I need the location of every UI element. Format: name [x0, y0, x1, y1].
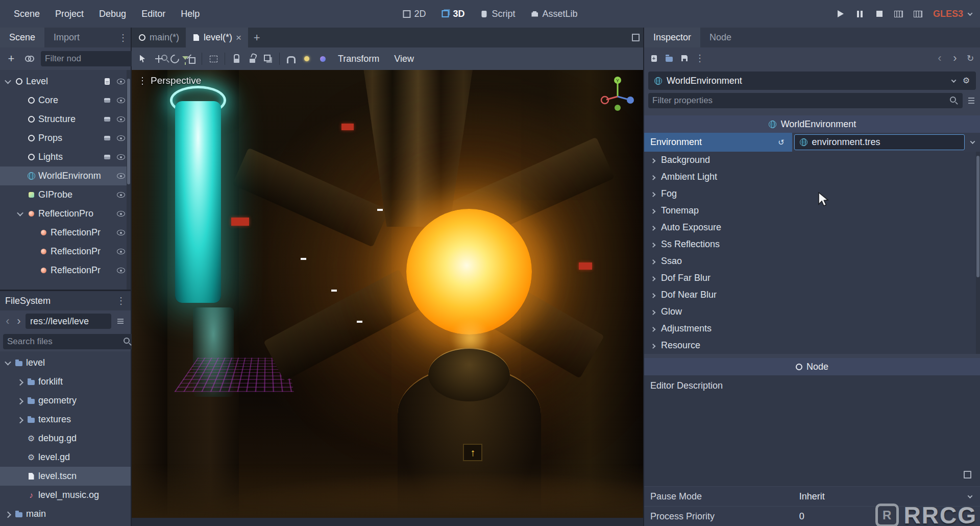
eye-icon[interactable] [116, 228, 126, 237]
tree-row[interactable]: Core [0, 91, 131, 110]
inspector-scrollbar[interactable] [976, 152, 980, 354]
script-icon[interactable] [103, 77, 112, 86]
eye-icon[interactable] [116, 190, 126, 200]
transform-menu[interactable]: Transform [331, 54, 386, 64]
new-resource-icon[interactable] [649, 54, 658, 63]
bottom-panel-strip[interactable] [132, 518, 643, 526]
file-search-input[interactable] [7, 337, 120, 347]
nav-forward-icon[interactable] [14, 317, 23, 326]
dock-menu-icon[interactable] [115, 28, 131, 47]
eye-icon[interactable] [116, 266, 126, 275]
menubar-menu[interactable]: Help [173, 5, 207, 23]
revert-icon[interactable] [777, 138, 786, 147]
expand-chevron[interactable] [16, 491, 24, 499]
menubar-menu[interactable]: Debug [91, 5, 134, 23]
expand-chevron[interactable] [29, 248, 36, 255]
snap-icon[interactable] [284, 52, 298, 66]
expand-chevron[interactable] [16, 416, 24, 423]
inspector-property-row[interactable]: Background [644, 152, 980, 169]
scene-tab-level[interactable]: level(*) × [186, 28, 248, 47]
expand-chevron[interactable] [16, 172, 24, 180]
expand-chevron[interactable] [4, 359, 12, 367]
mode-2d-button[interactable]: 2D [402, 9, 426, 19]
expand-description-icon[interactable] [963, 470, 972, 479]
nav-back-icon[interactable] [3, 317, 12, 326]
expand-chevron[interactable] [16, 153, 24, 161]
rotate-tool-icon[interactable] [167, 52, 182, 66]
mode-script-button[interactable]: Script [480, 9, 515, 19]
distraction-free-icon[interactable] [628, 28, 643, 47]
stop-button[interactable] [875, 9, 884, 18]
tree-row[interactable]: level.tscn [0, 467, 131, 486]
tree-row[interactable]: WorldEnvironm [0, 166, 131, 185]
unlock-icon[interactable] [245, 52, 259, 66]
play-custom-scene-button[interactable] [914, 9, 923, 18]
new-scene-tab-button[interactable]: + [248, 28, 265, 47]
history-back-icon[interactable] [935, 54, 944, 63]
eye-icon[interactable] [116, 96, 126, 105]
group-icon[interactable] [261, 52, 275, 66]
node-section-bar[interactable]: Node [644, 358, 980, 375]
eye-icon[interactable] [116, 247, 126, 256]
menubar-menu[interactable]: Scene [6, 5, 47, 23]
expand-chevron[interactable] [16, 453, 24, 461]
pause-button[interactable] [855, 9, 865, 18]
3d-viewport[interactable]: ↑ ⋮ Perspective Y [132, 70, 643, 518]
inspector-property-row[interactable]: Ss Reflections [644, 236, 980, 253]
resource-menu-icon[interactable] [695, 54, 704, 63]
inspector-property-row[interactable]: Ssao [644, 253, 980, 270]
expand-chevron[interactable] [16, 397, 24, 404]
tree-row[interactable]: level.gd [0, 448, 131, 467]
eye-icon[interactable] [116, 115, 126, 124]
tab-node[interactable]: Node [700, 28, 741, 47]
tree-row[interactable]: textures [0, 410, 131, 429]
save-resource-icon[interactable] [680, 54, 689, 63]
resource-dropdown-icon[interactable] [966, 138, 979, 146]
expand-chevron[interactable] [16, 435, 24, 442]
expand-chevron[interactable] [4, 510, 12, 518]
expand-chevron[interactable] [16, 134, 24, 142]
add-node-button[interactable] [4, 52, 18, 66]
expand-chevron[interactable] [16, 472, 24, 480]
tree-row[interactable]: debug.gd [0, 429, 131, 448]
sun-preview-icon[interactable] [300, 52, 314, 66]
eye-icon[interactable] [116, 134, 126, 143]
move-tool-icon[interactable] [152, 52, 166, 66]
split-mode-icon[interactable] [113, 314, 128, 328]
filesystem-menu-icon[interactable] [116, 296, 126, 305]
expand-chevron[interactable] [16, 210, 24, 218]
tree-row[interactable]: main [0, 505, 131, 523]
pause-mode-dropdown[interactable]: Inherit [799, 491, 974, 502]
expand-chevron[interactable] [16, 97, 24, 104]
inspector-section-header[interactable]: WorldEnvironment [644, 115, 980, 133]
environment-property-label-cell[interactable]: Environment [644, 133, 792, 152]
eye-icon[interactable] [116, 209, 126, 219]
play-scene-button[interactable] [894, 9, 903, 18]
instance-scene-button[interactable] [22, 52, 37, 66]
close-tab-icon[interactable]: × [236, 33, 241, 42]
node-tools-icon[interactable] [962, 76, 971, 85]
lock-icon[interactable] [229, 52, 243, 66]
inspector-property-row[interactable]: Fog [644, 185, 980, 202]
tree-row[interactable]: Structure [0, 110, 131, 129]
badge-icon[interactable] [103, 96, 112, 105]
history-forward-icon[interactable] [950, 54, 960, 63]
tree-row[interactable]: GIProbe [0, 185, 131, 204]
perspective-menu[interactable]: ⋮ Perspective [138, 75, 201, 86]
inspector-property-row[interactable]: Dof Near Blur [644, 286, 980, 303]
badge-icon[interactable] [103, 153, 112, 162]
select-tool-icon[interactable] [136, 52, 150, 66]
tree-row[interactable]: geometry [0, 391, 131, 410]
inspector-property-row[interactable]: Dof Far Blur [644, 270, 980, 286]
mode-assetlib-button[interactable]: AssetLib [531, 9, 578, 19]
property-filter-input[interactable] [652, 95, 946, 106]
expand-chevron[interactable] [29, 267, 36, 274]
eye-icon[interactable] [116, 172, 126, 181]
tab-inspector[interactable]: Inspector [644, 28, 700, 47]
expand-chevron[interactable] [4, 78, 12, 85]
inspector-property-row[interactable]: Ambient Light [644, 169, 980, 185]
expand-chevron[interactable] [16, 115, 24, 123]
view-gizmo[interactable]: Y [597, 73, 638, 114]
file-search-field[interactable] [3, 334, 136, 349]
renderer-dropdown[interactable]: GLES3 [933, 9, 974, 19]
